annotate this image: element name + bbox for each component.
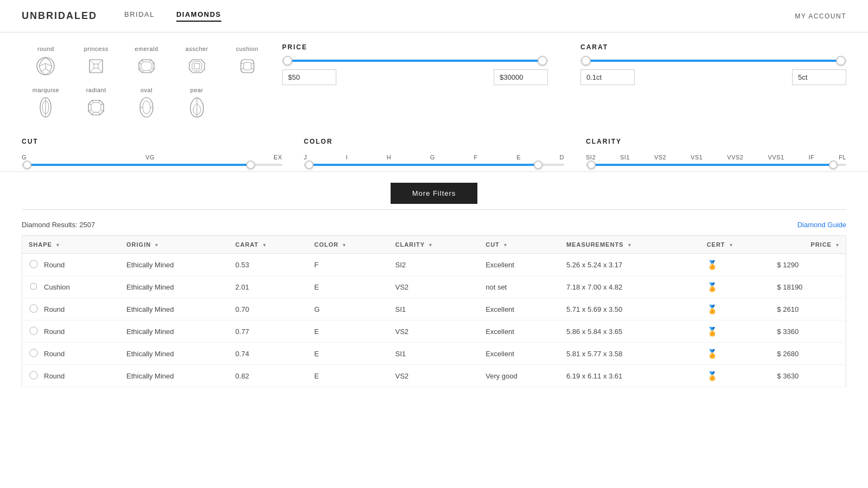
svg-line-23	[139, 68, 141, 69]
svg-line-13	[98, 68, 103, 73]
shape-radiant[interactable]: radiant	[72, 85, 120, 121]
cell-carat: 0.82	[229, 365, 308, 387]
cell-shape: Round	[22, 320, 120, 343]
col-carat[interactable]: CARAT ▾	[229, 236, 308, 254]
price-inputs	[282, 69, 548, 85]
shape-princess[interactable]: princess	[72, 43, 120, 80]
svg-line-42	[101, 110, 104, 111]
price-filter: PRICE	[282, 43, 548, 85]
price-sort-icon: ▾	[836, 242, 839, 248]
svg-rect-14	[94, 64, 98, 68]
svg-line-19	[152, 63, 154, 64]
carat-min-input[interactable]	[580, 69, 635, 85]
svg-line-11	[98, 60, 103, 64]
shape-asscher[interactable]: asscher	[173, 43, 221, 80]
cell-cert: 🏅	[700, 343, 771, 365]
shape-emerald[interactable]: emerald	[123, 43, 171, 80]
shape-sort-icon: ▾	[56, 242, 60, 248]
price-slider[interactable]	[282, 60, 548, 62]
svg-marker-38	[91, 102, 101, 112]
shape-round[interactable]: round	[22, 43, 70, 80]
price-min-input[interactable]	[282, 69, 336, 85]
table-row[interactable]: Round Ethically Mined 0.53 F SI2 Excelle…	[22, 254, 846, 276]
table-row[interactable]: Round Ethically Mined 0.70 G SI1 Excelle…	[22, 298, 846, 320]
svg-line-24	[139, 63, 141, 64]
cell-price: $ 2610	[770, 298, 846, 320]
nav-diamonds[interactable]: DIAMONDS	[176, 10, 221, 22]
svg-point-56	[30, 349, 37, 357]
cell-shape: Round	[22, 343, 120, 365]
cell-price: $ 1290	[770, 254, 846, 276]
svg-line-10	[90, 60, 94, 64]
col-cut[interactable]: CUT ▾	[479, 236, 560, 254]
carat-slider[interactable]	[580, 60, 846, 62]
table-row[interactable]: Round Ethically Mined 0.82 E VS2 Very go…	[22, 365, 846, 387]
carat-title: CARAT	[580, 43, 846, 51]
cut-sort-icon: ▾	[504, 242, 507, 248]
shape-oval[interactable]: oval	[123, 85, 171, 121]
cell-shape: Round	[22, 365, 120, 387]
cell-price: $ 3360	[770, 320, 846, 343]
svg-rect-53	[31, 284, 37, 290]
color-slider[interactable]	[304, 164, 564, 166]
cut-title: CUT	[22, 138, 282, 145]
col-origin[interactable]: ORIGIN ▾	[120, 236, 229, 254]
table-row[interactable]: Round Ethically Mined 0.77 E VS2 Excelle…	[22, 320, 846, 343]
main-nav: BRIDAL DIAMONDS	[124, 10, 221, 22]
cell-clarity: VS2	[388, 320, 479, 343]
svg-marker-25	[189, 60, 205, 73]
my-account-link[interactable]: MY ACCOUNT	[795, 12, 846, 20]
cert-icon: 🏅	[707, 260, 718, 269]
svg-point-54	[30, 305, 37, 312]
col-price[interactable]: PRICE ▾	[770, 236, 846, 254]
diamond-guide-link[interactable]: Diamond Guide	[797, 221, 846, 229]
shape-cushion[interactable]: cushion	[223, 43, 271, 80]
shape-marquise[interactable]: marquise	[22, 85, 70, 121]
shape-mini-icon	[29, 304, 40, 314]
svg-point-55	[30, 327, 37, 335]
cell-clarity: SI2	[388, 254, 479, 276]
shape-pear[interactable]: pear	[173, 85, 221, 121]
cert-icon: 🏅	[707, 305, 718, 314]
cell-cert: 🏅	[700, 365, 771, 387]
header: UNBRIDALED BRIDAL DIAMONDS MY ACCOUNT	[0, 0, 868, 33]
cell-color: E	[308, 365, 388, 387]
cell-shape: Cushion	[22, 276, 120, 298]
logo[interactable]: UNBRIDALED	[22, 10, 97, 22]
nav-bridal[interactable]: BRIDAL	[124, 10, 155, 22]
svg-marker-26	[192, 61, 202, 71]
clarity-title: CLARITY	[586, 138, 846, 145]
carat-filter: CARAT	[580, 43, 846, 85]
cell-origin: Ethically Mined	[120, 298, 229, 320]
cert-icon: 🏅	[707, 371, 718, 381]
cut-labels: G VG EX	[22, 154, 282, 160]
col-color[interactable]: COLOR ▾	[308, 236, 388, 254]
shape-mini-icon	[29, 281, 40, 292]
col-shape[interactable]: SHAPE ▾	[22, 236, 120, 254]
shape-mini-icon	[29, 370, 40, 381]
price-max-input[interactable]	[494, 69, 548, 85]
clarity-slider[interactable]	[586, 164, 846, 166]
cell-color: E	[308, 276, 388, 298]
svg-line-32	[241, 68, 244, 69]
col-clarity[interactable]: CLARITY ▾	[388, 236, 479, 254]
cell-shape: Round	[22, 254, 120, 276]
table-header-row: SHAPE ▾ ORIGIN ▾ CARAT ▾ COLOR ▾ CLARITY…	[22, 236, 846, 254]
cell-origin: Ethically Mined	[120, 254, 229, 276]
filters-row-2: CUT G VG EX COLOR J I H G F	[22, 132, 846, 166]
svg-line-43	[99, 112, 100, 115]
shape-mini-icon	[29, 326, 40, 337]
cell-price: $ 2680	[770, 343, 846, 365]
cell-cut: Very good	[479, 365, 560, 387]
svg-line-31	[251, 63, 254, 64]
svg-rect-28	[241, 60, 254, 73]
carat-max-input[interactable]	[792, 69, 846, 85]
col-measurements[interactable]: MEASUREMENTS ▾	[560, 236, 700, 254]
cell-clarity: VS2	[388, 276, 479, 298]
table-row[interactable]: Cushion Ethically Mined 2.01 E VS2 not s…	[22, 276, 846, 298]
more-filters-button[interactable]: More Filters	[391, 183, 478, 204]
cell-cut: Excellent	[479, 298, 560, 320]
cut-slider[interactable]	[22, 164, 282, 166]
table-row[interactable]: Round Ethically Mined 0.74 E SI1 Excelle…	[22, 343, 846, 365]
col-cert[interactable]: CERT ▾	[700, 236, 771, 254]
